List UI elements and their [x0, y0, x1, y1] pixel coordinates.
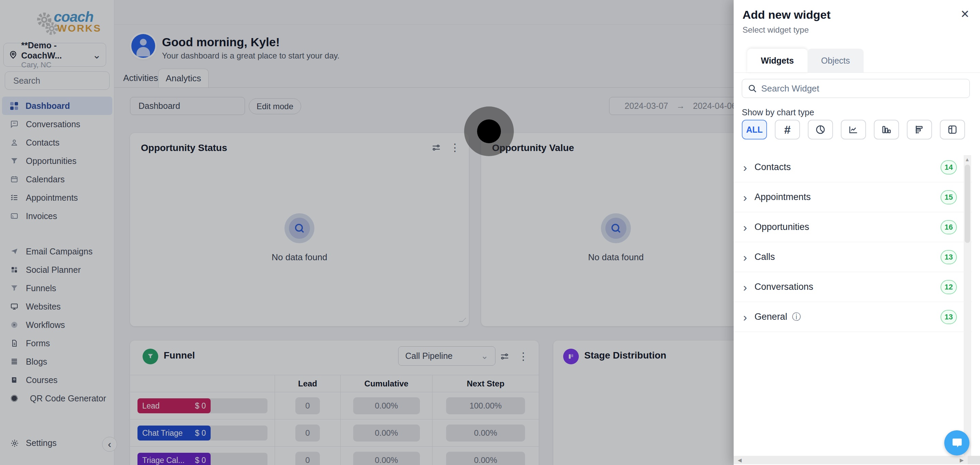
widget-category-list: › Contacts 14 › Appointments 15 › Opport… — [733, 152, 972, 332]
chart-type-pie-button[interactable] — [808, 120, 833, 140]
number-icon: # — [784, 123, 791, 136]
horizontal-scrollbar[interactable]: ◀ ▶ — [733, 456, 968, 464]
scroll-left-arrow-icon[interactable]: ◀ — [738, 457, 742, 463]
chevron-right-icon: › — [743, 162, 747, 173]
tab-widgets[interactable]: Widgets — [747, 49, 808, 73]
app-root: coach WORKS **Demo - CoachW... Cary, NC … — [0, 0, 980, 465]
count-badge: 12 — [940, 280, 957, 294]
chart-type-table-button[interactable] — [940, 120, 965, 140]
scroll-right-arrow-icon[interactable]: ▶ — [959, 457, 964, 463]
scroll-up-arrow-icon[interactable]: ▲ — [965, 157, 970, 162]
chart-type-all-button[interactable]: ALL — [742, 120, 767, 140]
chart-type-line-button[interactable] — [841, 120, 866, 140]
category-calls[interactable]: › Calls 13 — [733, 242, 972, 272]
chevron-right-icon: › — [743, 311, 747, 323]
close-icon[interactable]: × — [961, 7, 969, 21]
chart-type-horizontal-bar-button[interactable] — [907, 120, 932, 140]
widget-search[interactable] — [742, 79, 970, 98]
chart-type-filter-label: Show by chart type — [742, 108, 814, 117]
category-conversations[interactable]: › Conversations 12 — [733, 272, 972, 302]
info-icon: ⓘ — [792, 311, 801, 323]
chat-launcher[interactable] — [944, 430, 969, 455]
modal-backdrop[interactable] — [0, 0, 733, 465]
chat-bubble-icon — [950, 436, 963, 449]
table-icon — [947, 124, 958, 135]
tab-objects[interactable]: Objects — [808, 49, 864, 73]
chevron-right-icon: › — [743, 221, 747, 233]
count-badge: 15 — [940, 190, 957, 205]
count-badge: 13 — [940, 310, 957, 324]
chevron-right-icon: › — [743, 192, 747, 203]
search-icon — [748, 84, 757, 93]
chart-type-filter: ALL # — [742, 120, 965, 140]
add-widget-panel: Add new widget Select widget type × Widg… — [733, 0, 980, 465]
scrollbar-corner — [968, 456, 980, 464]
widget-search-input[interactable] — [761, 83, 964, 94]
count-badge: 13 — [940, 250, 957, 264]
pie-chart-icon — [815, 124, 826, 135]
category-opportunities[interactable]: › Opportunities 16 — [733, 212, 972, 242]
panel-subtitle: Select widget type — [743, 25, 809, 35]
panel-title: Add new widget — [743, 8, 830, 21]
count-badge: 16 — [940, 220, 957, 234]
scrollbar-thumb[interactable] — [965, 165, 970, 243]
category-contacts[interactable]: › Contacts 14 — [733, 152, 972, 183]
vertical-scrollbar[interactable]: ▲ — [964, 155, 971, 456]
horizontal-bar-chart-icon — [914, 124, 925, 135]
chevron-right-icon: › — [743, 281, 747, 293]
click-indicator — [464, 106, 514, 156]
chevron-right-icon: › — [743, 251, 747, 263]
chart-type-number-button[interactable]: # — [775, 120, 800, 140]
category-appointments[interactable]: › Appointments 15 — [733, 183, 972, 212]
count-badge: 14 — [940, 160, 957, 175]
bar-chart-icon — [881, 124, 892, 135]
category-general[interactable]: › General ⓘ 13 — [733, 302, 972, 332]
line-chart-icon — [848, 124, 859, 135]
chart-type-bar-button[interactable] — [874, 120, 899, 140]
panel-tabs: Widgets Objects — [733, 49, 980, 73]
